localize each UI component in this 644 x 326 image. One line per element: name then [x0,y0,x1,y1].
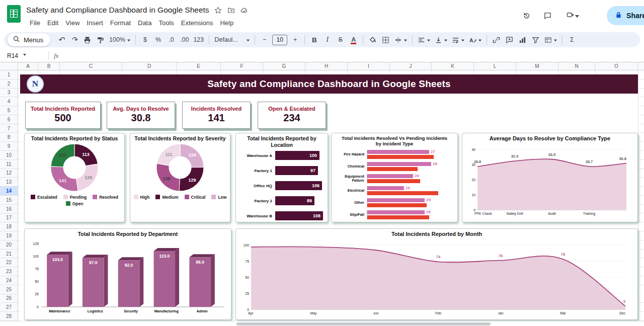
text-color-button[interactable]: A [347,34,360,46]
chart-card-severity[interactable]: Total Incidents Reported by Severity 124… [130,133,230,222]
column-header-O[interactable]: O [595,62,638,70]
horizontal-align-button[interactable] [416,34,432,46]
redo-button[interactable] [68,34,80,46]
zoom-select[interactable]: 100% [107,34,132,46]
column-header-A[interactable]: A [18,62,38,70]
menu-data[interactable]: Data [134,18,155,28]
text-rotation-button[interactable]: A [467,34,484,46]
chart-card-status[interactable]: Total Incidents Reported by Status 11312… [24,133,125,222]
row-header-24[interactable]: 24 [0,276,18,285]
row-header-15[interactable]: 15 [0,196,18,205]
row-header-4[interactable]: 4 [0,97,18,106]
bold-button[interactable]: B [308,34,320,46]
row-header-20[interactable]: 20 [0,240,18,250]
menu-view[interactable]: View [62,18,83,28]
row-header-22[interactable]: 22 [0,258,18,267]
row-header-7[interactable]: 7 [0,124,18,133]
row-header-9[interactable]: 9 [0,142,18,151]
decrease-decimals-button[interactable]: .0 [165,34,178,46]
strikethrough-button[interactable]: S [334,34,347,46]
functions-button[interactable]: Σ [566,34,578,46]
row-header-28[interactable]: 28 [0,312,18,321]
fill-color-button[interactable] [366,34,379,46]
column-header-F[interactable]: F [221,62,263,70]
row-header-17[interactable]: 17 [0,214,18,223]
percent-format-button[interactable]: % [152,34,165,46]
comments-icon[interactable] [541,10,553,22]
italic-button[interactable]: I [321,34,334,46]
font-size-input[interactable]: 10 [272,35,287,45]
kpi-resolved[interactable]: Incidents Resolved 141 [182,102,251,129]
column-header-E[interactable]: E [177,62,221,70]
column-header-D[interactable]: D [122,62,177,70]
text-wrap-button[interactable] [450,34,466,46]
row-header-27[interactable]: 27 [0,303,18,312]
column-header-H[interactable]: H [305,62,348,70]
kpi-open-escalated[interactable]: Open & Escalated 234 [258,102,326,129]
google-sheets-logo[interactable] [7,5,21,23]
row-header-10[interactable]: 10 [0,151,18,160]
row-header-19[interactable]: 19 [0,231,18,240]
menus-button[interactable]: Menus [8,33,50,46]
insert-comment-button[interactable] [503,34,516,46]
merge-cells-button[interactable] [392,34,409,46]
row-header-23[interactable]: 23 [0,267,18,276]
column-header-I[interactable]: I [348,62,390,70]
chart-card-department[interactable]: Total Incidents Reported by Department 0… [24,228,231,320]
undo-button[interactable] [55,34,67,46]
row-header-8[interactable]: 8 [0,133,18,142]
table-views-button[interactable] [542,34,559,46]
column-header-C[interactable]: C [60,62,122,70]
decrease-font-size-button[interactable]: − [258,34,271,46]
vertical-align-button[interactable] [433,34,449,46]
scrollbar-thumb[interactable] [236,322,491,325]
menu-file[interactable]: File [26,18,44,28]
horizontal-scrollbar[interactable] [0,321,644,326]
row-header-12[interactable]: 12 [0,169,18,178]
column-header-N[interactable]: N [558,62,595,70]
row-header-5[interactable]: 5 [0,106,18,115]
row-header-18[interactable]: 18 [0,222,18,231]
chart-card-incident-type[interactable]: Total Incidents Resolved Vs Pending Inci… [331,133,458,222]
chart-card-month[interactable]: Total Incidents Reported by Month 025507… [235,228,638,320]
increase-decimals-button[interactable]: .00 [178,34,191,46]
row-header-13[interactable]: 13 [0,178,18,187]
menu-insert[interactable]: Insert [83,18,107,28]
row-header-16[interactable]: 16 [0,205,18,214]
menu-help[interactable]: Help [216,18,237,28]
row-header-25[interactable]: 25 [0,285,18,294]
row-header-1[interactable]: 1 [0,70,18,79]
meet-icon[interactable] [562,10,583,22]
menu-format[interactable]: Format [107,18,134,28]
row-header-21[interactable]: 21 [0,250,18,259]
more-formats-button[interactable]: 123 [191,34,206,46]
menu-extensions[interactable]: Extensions [178,18,217,28]
name-box[interactable]: R14 [0,52,43,59]
version-history-icon[interactable] [520,10,532,22]
create-filter-button[interactable] [529,34,542,46]
column-header-G[interactable]: G [263,62,305,70]
select-all-corner[interactable] [0,62,18,70]
column-header-J[interactable]: J [390,62,432,70]
font-select[interactable]: Defaul... [212,34,252,46]
spreadsheet-grid[interactable]: 1234567891011121314151617181920212223242… [0,70,644,321]
column-header-K[interactable]: K [432,62,474,70]
kpi-avg-days[interactable]: Avg. Days to Resolve 30.8 [107,102,175,129]
row-header-6[interactable]: 6 [0,115,18,124]
paint-format-button[interactable] [94,34,107,46]
menu-edit[interactable]: Edit [44,18,62,28]
share-button[interactable]: Share [607,6,644,25]
insert-chart-button[interactable] [516,34,529,46]
borders-button[interactable] [379,34,392,46]
kpi-total-incidents[interactable]: Total Incidents Reported 500 [25,102,101,129]
row-header-3[interactable]: 3 [0,89,18,98]
column-header-B[interactable]: B [38,62,60,70]
row-header-2[interactable]: 2 [0,79,18,89]
menu-tools[interactable]: Tools [155,18,177,28]
chart-card-location[interactable]: Total Incidents Reported by Location War… [235,133,328,222]
star-icon[interactable] [214,6,222,14]
column-header-M[interactable]: M [516,62,558,70]
print-button[interactable] [81,34,94,46]
move-folder-icon[interactable] [227,6,235,14]
document-title[interactable]: Safety and Compliance Dashboard in Googl… [26,6,209,15]
